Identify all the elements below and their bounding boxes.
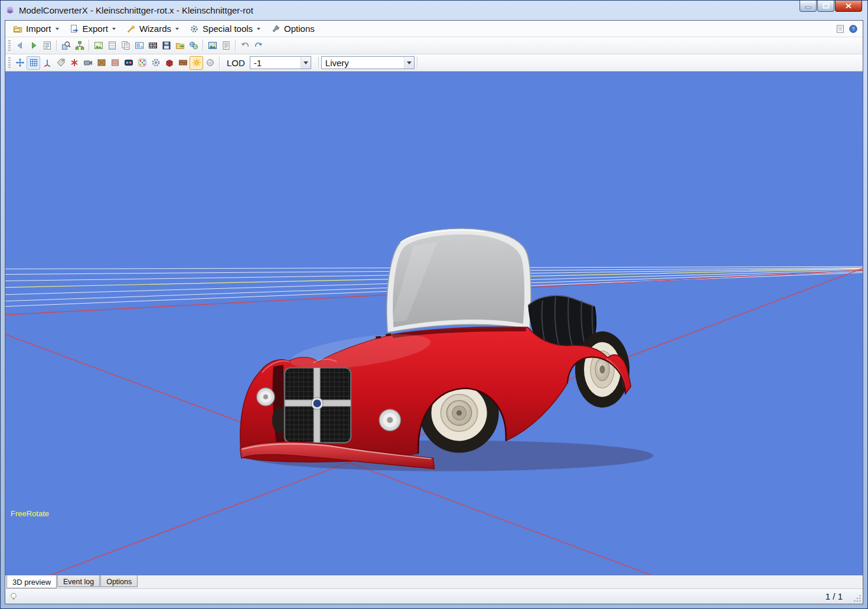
render-image-button[interactable] <box>205 39 219 53</box>
texture-image-icon <box>94 41 103 50</box>
svg-text:?: ? <box>851 25 854 32</box>
crate-button[interactable] <box>94 56 108 70</box>
toolbar-separator <box>417 57 417 69</box>
minimize-icon <box>805 3 812 9</box>
zoom-texture-button[interactable] <box>59 39 73 53</box>
dice-button[interactable] <box>135 56 149 70</box>
chevron-down-icon <box>175 28 179 30</box>
toolbar-separator <box>318 57 319 69</box>
window-title: ModelConverterX - Kleinschnittger-rot.x … <box>19 5 253 15</box>
livery-dropdown-button[interactable] <box>404 57 414 69</box>
export-folder-icon <box>175 41 185 50</box>
menu-import[interactable]: Import <box>8 22 64 35</box>
close-button[interactable] <box>835 1 862 12</box>
app-icon <box>5 5 15 15</box>
tab-options[interactable]: Options <box>100 575 138 587</box>
layout-icon[interactable] <box>836 24 845 34</box>
resize-grip[interactable] <box>853 594 862 603</box>
stereo-glasses-icon <box>124 58 133 67</box>
chevron-down-icon <box>257 28 260 30</box>
viewport-3d[interactable]: FreeRotate <box>5 71 863 575</box>
menu-bar: Import Export Wizards Special tools Opti… <box>5 21 863 37</box>
stereo-view-button[interactable] <box>122 56 135 70</box>
front-grille <box>285 368 351 443</box>
save-icon <box>162 41 171 50</box>
modeldef-button[interactable] <box>67 56 81 70</box>
back-button[interactable] <box>13 39 27 53</box>
cube-icon <box>165 58 174 67</box>
menu-wizards[interactable]: Wizards <box>121 22 184 35</box>
tab-event-log[interactable]: Event log <box>57 575 100 587</box>
scene-canvas <box>5 72 863 575</box>
toolbar-grip[interactable] <box>8 57 11 69</box>
menu-wizards-label: Wizards <box>139 24 171 34</box>
undo-button[interactable] <box>238 39 252 53</box>
event-log-button[interactable] <box>40 39 54 53</box>
minimize-button[interactable] <box>800 1 817 12</box>
hint-icon <box>9 592 18 601</box>
sphere-button[interactable] <box>203 56 217 70</box>
dice-icon <box>138 58 147 67</box>
lod-dropdown-button[interactable] <box>301 57 311 69</box>
fit-view-icon <box>15 58 25 67</box>
sun-icon <box>192 58 201 67</box>
chevron-down-icon <box>112 28 116 30</box>
forward-icon <box>29 41 38 50</box>
left-headlight <box>257 388 275 406</box>
help-icon[interactable]: ? <box>849 24 858 34</box>
material-list-button[interactable] <box>105 39 119 53</box>
thumbnail-button[interactable] <box>132 39 146 53</box>
title-bar[interactable]: ModelConverterX - Kleinschnittger-rot.x … <box>1 1 867 19</box>
web-textures-button[interactable] <box>187 39 200 53</box>
tag-button[interactable] <box>54 56 67 70</box>
fit-view-button[interactable] <box>13 56 27 70</box>
window-content: Import Export Wizards Special tools Opti… <box>5 20 863 604</box>
menu-special-tools[interactable]: Special tools <box>184 22 266 35</box>
lod-label: LOD <box>227 58 245 68</box>
axes-button[interactable] <box>40 56 54 70</box>
gear-button[interactable] <box>149 56 162 70</box>
camera-box-button[interactable] <box>81 56 94 70</box>
export-icon <box>70 24 79 34</box>
menu-special-tools-label: Special tools <box>203 24 253 34</box>
options-icon <box>271 24 280 34</box>
event-log-icon <box>43 41 52 50</box>
lod-value: -1 <box>254 58 301 68</box>
material-list-icon <box>107 41 117 50</box>
crate-icon <box>97 58 106 67</box>
brick-button[interactable] <box>176 56 190 70</box>
brick-icon <box>178 58 188 67</box>
hierarchy-button[interactable] <box>73 39 86 53</box>
menu-export[interactable]: Export <box>64 22 121 35</box>
rotate-mode-label: FreeRotate <box>11 509 49 518</box>
car-model <box>240 229 653 471</box>
forward-button[interactable] <box>27 39 40 53</box>
copy-pages-button[interactable] <box>119 39 132 53</box>
tab-3d-preview[interactable]: 3D preview <box>6 575 57 588</box>
menu-options[interactable]: Options <box>266 22 320 35</box>
text-report-button[interactable] <box>219 39 233 53</box>
material-box-button[interactable] <box>108 56 122 70</box>
filmstrip-icon <box>148 41 158 50</box>
maximize-button[interactable] <box>817 1 834 12</box>
lod-combobox[interactable]: -1 <box>250 56 311 69</box>
chevron-down-icon <box>56 28 59 30</box>
zoom-icon <box>61 41 71 50</box>
texture-image-button[interactable] <box>92 39 105 53</box>
toolbar-separator <box>235 40 236 51</box>
thumbnail-icon <box>135 41 144 50</box>
export-folder-button[interactable] <box>173 39 187 53</box>
toolbar-separator <box>219 57 220 69</box>
red-box-button[interactable] <box>162 56 176 70</box>
menu-import-label: Import <box>26 24 51 34</box>
grid-toggle-button[interactable] <box>27 56 40 70</box>
lighting-toggle-button[interactable] <box>190 56 203 70</box>
redo-button[interactable] <box>252 39 265 53</box>
text-report-icon <box>221 41 231 50</box>
toolbar-grip[interactable] <box>8 40 11 51</box>
menu-export-label: Export <box>83 24 108 34</box>
filmstrip-button[interactable] <box>146 39 159 53</box>
livery-combobox[interactable]: Livery <box>321 56 415 69</box>
hierarchy-icon <box>75 41 84 50</box>
save-texture-button[interactable] <box>159 39 173 53</box>
